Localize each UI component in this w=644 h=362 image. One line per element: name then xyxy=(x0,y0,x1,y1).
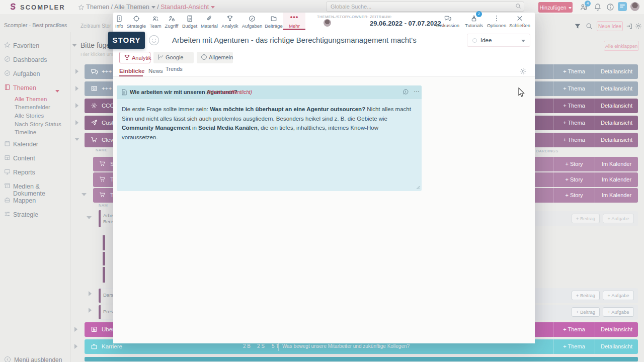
add-beitrag-button[interactable]: + Beitrag xyxy=(572,214,600,223)
export-icon[interactable] xyxy=(626,23,633,30)
detail-view-button[interactable]: Detailansicht xyxy=(595,81,638,96)
subtab-analytik[interactable]: Analytik xyxy=(119,52,150,63)
close-button[interactable]: Schließen xyxy=(505,13,534,30)
breadcrumb-view[interactable]: Standard-Ansicht xyxy=(160,4,215,11)
user-avatar[interactable] xyxy=(630,2,639,11)
detail-view-button[interactable]: Detailansicht xyxy=(595,133,638,147)
collapse-caret-icon[interactable] xyxy=(74,138,79,141)
intercom-chat-icon[interactable] xyxy=(618,2,627,11)
detail-view-button[interactable]: Detailansicht xyxy=(595,322,638,337)
resize-handle-icon[interactable] xyxy=(416,186,420,190)
global-search-input[interactable] xyxy=(326,2,524,12)
add-button[interactable]: Hinzufügen xyxy=(538,2,573,13)
add-thema-button[interactable]: + Thema xyxy=(553,99,595,113)
add-beitrag-button[interactable]: + Beitrag xyxy=(572,307,600,317)
divider xyxy=(278,342,279,351)
sidebar-item-medien[interactable]: Medien & Dokumente xyxy=(0,182,70,192)
info-icon[interactable] xyxy=(606,3,614,11)
tab-analytik[interactable]: Analytik xyxy=(219,13,241,30)
owner-avatar[interactable] xyxy=(324,19,331,27)
collapse-caret-icon[interactable] xyxy=(87,216,92,219)
tab-beitraege[interactable]: Beiträge xyxy=(263,13,285,30)
add-thema-button[interactable]: + Thema xyxy=(553,339,595,354)
gear-icon[interactable] xyxy=(520,68,527,75)
detail-view-button[interactable]: Detailansicht xyxy=(595,116,638,130)
tab-einblicke[interactable]: Einblicke xyxy=(119,68,145,74)
collapse-all-button[interactable]: Alle einklappen xyxy=(604,41,639,51)
sidebar-item-mappen[interactable]: Mappen xyxy=(0,196,70,206)
expand-caret-icon[interactable] xyxy=(89,308,92,313)
calculator-icon xyxy=(186,15,193,22)
sidebar-item-strategie[interactable]: Strategie xyxy=(0,210,70,220)
diskussion-button[interactable]: Diskussion xyxy=(433,13,462,30)
in-kalender-button[interactable]: Im Kalender xyxy=(595,172,638,187)
item-color-bar xyxy=(99,289,101,303)
detail-view-button[interactable]: Detailansicht xyxy=(595,99,638,113)
add-aufgabe-button[interactable]: + Aufgabe xyxy=(603,291,634,300)
expand-caret-icon[interactable] xyxy=(75,120,78,125)
insight-body-text[interactable]: Die erste Frage sollte immer sein: Was m… xyxy=(122,105,414,142)
expand-caret-icon[interactable] xyxy=(75,69,78,74)
add-aufgabe-button[interactable]: + Aufgabe xyxy=(603,307,634,317)
tab-aufgaben[interactable]: Aufgaben xyxy=(241,13,263,30)
add-aufgabe-button[interactable]: + Aufgabe xyxy=(603,214,634,223)
detail-view-button[interactable]: Detailansicht xyxy=(595,339,638,354)
sidebar-item-kalender[interactable]: Kalender xyxy=(0,140,70,150)
sidebar-item-content[interactable]: Content xyxy=(0,154,70,164)
sidebar-item-themen[interactable]: Themen xyxy=(0,83,70,94)
search-icon[interactable] xyxy=(586,23,593,30)
add-thema-button[interactable]: + Thema xyxy=(553,322,595,337)
story-title[interactable]: Arbeiten mit Agenturen - das richtige Be… xyxy=(172,36,417,44)
add-thema-button[interactable]: + Thema xyxy=(553,64,595,79)
sidebar-sub-alle-themen[interactable]: Alle Themen xyxy=(15,96,47,102)
expand-caret-icon[interactable] xyxy=(75,103,78,108)
sidebar-item-favoriten[interactable]: Favoriten xyxy=(0,41,70,51)
smiley-icon[interactable] xyxy=(148,35,159,46)
add-story-button[interactable]: + Story xyxy=(553,188,595,203)
sidebar-item-aufgaben[interactable]: Aufgaben xyxy=(0,69,70,79)
insight-card-header[interactable]: Wie arbeiten wir mit unseren Agenturen? … xyxy=(117,85,422,99)
search-icon xyxy=(515,3,521,9)
filter-icon[interactable] xyxy=(574,23,581,30)
expand-caret-icon[interactable] xyxy=(74,327,77,332)
in-kalender-button[interactable]: Im Kalender xyxy=(595,188,638,203)
tab-news[interactable]: News xyxy=(148,68,163,74)
owner-label: THEMEN-/STORY-OWNER: xyxy=(317,15,368,19)
new-idea-button[interactable]: Neue Idee xyxy=(597,21,623,31)
sidebar-sub-nach-story-status[interactable]: Nach Story Status xyxy=(15,121,61,127)
tab-mehr[interactable]: ••• Mehr xyxy=(283,13,305,30)
expand-caret-icon[interactable] xyxy=(89,291,92,296)
collapsed-row-strip[interactable] xyxy=(85,357,638,361)
collapse-caret-icon[interactable] xyxy=(82,193,87,196)
in-kalender-button[interactable]: Im Kalender xyxy=(595,157,638,171)
tab-budget[interactable]: Budget xyxy=(179,13,201,30)
add-thema-button[interactable]: + Thema xyxy=(553,133,595,147)
breadcrumb: Themen / Alle Themen / Standard-Ansicht xyxy=(78,4,215,11)
sidebar-sub-themenfelder[interactable]: Themenfelder xyxy=(15,104,50,110)
bell-icon[interactable] xyxy=(594,3,602,11)
breadcrumb-themen[interactable]: Themen xyxy=(86,4,109,11)
sidebar-sub-alle-stories[interactable]: Alle Stories xyxy=(15,113,44,119)
sidebar-item-dashboards[interactable]: Dashboards xyxy=(0,55,70,65)
add-story-button[interactable]: + Story xyxy=(553,172,595,187)
section-caret-icon[interactable] xyxy=(72,44,77,47)
add-thema-button[interactable]: + Thema xyxy=(553,81,595,96)
sidebar-sub-timeline[interactable]: Timeline xyxy=(15,129,36,135)
tab-material[interactable]: Material xyxy=(198,13,220,30)
status-dropdown[interactable]: Idee xyxy=(467,34,530,47)
karriere-question: Was bewegt unsere Mitarbeiter und zukünf… xyxy=(282,343,410,349)
add-thema-button[interactable]: + Thema xyxy=(553,116,595,130)
add-beitrag-button[interactable]: + Beitrag xyxy=(572,291,600,300)
breadcrumb-alle-themen[interactable]: Alle Themen xyxy=(114,4,149,11)
add-story-button[interactable]: + Story xyxy=(553,157,595,171)
expand-caret-icon[interactable] xyxy=(74,344,77,349)
monitor-icon xyxy=(4,168,11,175)
feedback-icon[interactable] xyxy=(403,88,409,95)
expand-caret-icon[interactable] xyxy=(75,86,78,91)
more-options-icon[interactable]: … xyxy=(414,86,420,94)
subtab-google-trends[interactable]: Google Trends xyxy=(153,52,194,63)
subtab-allgemein[interactable]: Allgemein xyxy=(197,52,233,63)
gear-icon[interactable] xyxy=(635,23,642,30)
detail-view-button[interactable]: Detailansicht xyxy=(595,64,638,79)
sidebar-item-reports[interactable]: Reports xyxy=(0,168,70,178)
